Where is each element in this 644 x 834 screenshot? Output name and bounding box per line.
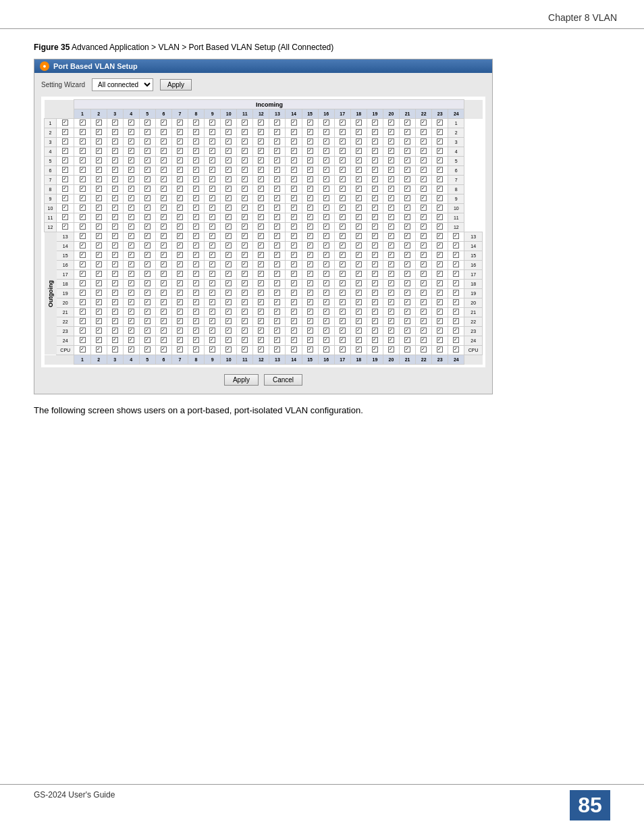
checkbox-cell[interactable] xyxy=(221,157,237,166)
checkbox-cell[interactable] xyxy=(286,157,302,166)
checkbox-cell[interactable] xyxy=(171,204,188,213)
checkbox[interactable] xyxy=(193,205,199,211)
checkbox[interactable] xyxy=(96,205,102,211)
checkbox[interactable] xyxy=(323,318,329,324)
checkbox[interactable] xyxy=(421,205,427,211)
checkbox[interactable] xyxy=(242,205,248,211)
checkbox[interactable] xyxy=(291,176,297,182)
checkbox[interactable] xyxy=(388,120,394,126)
checkbox-cell[interactable] xyxy=(107,336,123,346)
checkbox-cell[interactable] xyxy=(171,261,188,270)
checkbox-cell[interactable] xyxy=(237,270,253,280)
checkbox[interactable] xyxy=(388,290,394,296)
checkbox-cell[interactable] xyxy=(400,166,416,176)
checkbox-cell[interactable] xyxy=(123,289,139,298)
checkbox[interactable] xyxy=(291,290,297,296)
checkbox[interactable] xyxy=(80,261,86,267)
checkbox-cell[interactable] xyxy=(269,261,286,270)
checkbox[interactable] xyxy=(274,318,280,324)
checkbox[interactable] xyxy=(225,252,232,258)
checkbox[interactable] xyxy=(242,290,248,296)
checkbox-cell[interactable] xyxy=(205,261,221,270)
checkbox[interactable] xyxy=(80,224,86,230)
checkbox-cell[interactable] xyxy=(416,185,432,194)
checkbox[interactable] xyxy=(96,138,102,145)
checkbox-cell[interactable] xyxy=(237,289,253,298)
checkbox[interactable] xyxy=(161,252,167,258)
checkbox-cell[interactable] xyxy=(334,298,350,308)
checkbox-cell[interactable] xyxy=(286,194,302,204)
checkbox[interactable] xyxy=(437,309,443,315)
checkbox[interactable] xyxy=(421,309,427,315)
checkbox[interactable] xyxy=(323,271,329,277)
checkbox-cell[interactable] xyxy=(107,204,123,213)
checkbox[interactable] xyxy=(62,138,68,145)
checkbox-cell[interactable] xyxy=(416,232,432,242)
checkbox-cell[interactable] xyxy=(383,298,399,308)
checkbox-cell[interactable] xyxy=(205,176,221,185)
checkbox[interactable] xyxy=(177,233,183,239)
checkbox-cell[interactable] xyxy=(367,147,383,157)
checkbox[interactable] xyxy=(307,280,313,286)
checkbox[interactable] xyxy=(258,337,264,343)
checkbox-cell[interactable] xyxy=(188,204,205,213)
checkbox[interactable] xyxy=(323,337,329,343)
checkbox[interactable] xyxy=(291,233,297,239)
checkbox-cell[interactable] xyxy=(74,251,90,261)
checkbox-cell[interactable] xyxy=(107,223,123,232)
checkbox[interactable] xyxy=(144,328,151,334)
checkbox-cell[interactable] xyxy=(188,346,205,355)
checkbox[interactable] xyxy=(144,186,151,192)
checkbox[interactable] xyxy=(242,252,248,258)
checkbox[interactable] xyxy=(356,120,362,126)
checkbox[interactable] xyxy=(112,120,118,126)
checkbox-cell[interactable] xyxy=(155,280,171,289)
checkbox[interactable] xyxy=(258,309,264,315)
checkbox[interactable] xyxy=(177,337,183,343)
checkbox-cell[interactable] xyxy=(269,251,286,261)
checkbox-cell[interactable] xyxy=(350,204,367,213)
checkbox[interactable] xyxy=(177,214,183,220)
checkbox[interactable] xyxy=(161,195,167,201)
checkbox-cell[interactable] xyxy=(286,176,302,185)
checkbox-cell[interactable] xyxy=(334,157,350,166)
checkbox-cell[interactable] xyxy=(205,138,221,147)
checkbox-cell[interactable] xyxy=(188,147,205,157)
checkbox-cell[interactable] xyxy=(90,298,107,308)
checkbox-cell[interactable] xyxy=(123,128,139,138)
checkbox[interactable] xyxy=(437,167,443,173)
checkbox[interactable] xyxy=(388,157,394,163)
checkbox[interactable] xyxy=(161,138,167,145)
checkbox[interactable] xyxy=(193,280,199,286)
checkbox[interactable] xyxy=(307,337,313,343)
checkbox[interactable] xyxy=(291,337,297,343)
checkbox-cell[interactable] xyxy=(205,317,221,327)
checkbox[interactable] xyxy=(453,346,459,353)
checkbox[interactable] xyxy=(225,186,232,192)
checkbox-cell[interactable] xyxy=(57,166,74,176)
checkbox[interactable] xyxy=(437,120,443,126)
checkbox[interactable] xyxy=(340,309,346,315)
checkbox[interactable] xyxy=(161,176,167,182)
checkbox-cell[interactable] xyxy=(123,119,139,128)
checkbox[interactable] xyxy=(80,176,86,182)
checkbox[interactable] xyxy=(340,318,346,324)
checkbox-cell[interactable] xyxy=(286,232,302,242)
bottom-apply-button[interactable]: Apply xyxy=(224,374,259,386)
checkbox-cell[interactable] xyxy=(107,308,123,317)
checkbox[interactable] xyxy=(161,318,167,324)
checkbox[interactable] xyxy=(161,280,167,286)
checkbox-cell[interactable] xyxy=(107,128,123,138)
checkbox-cell[interactable] xyxy=(432,166,448,176)
checkbox[interactable] xyxy=(209,176,215,182)
checkbox[interactable] xyxy=(274,299,280,305)
checkbox[interactable] xyxy=(421,280,427,286)
checkbox-cell[interactable] xyxy=(302,138,318,147)
checkbox[interactable] xyxy=(291,261,297,267)
checkbox-cell[interactable] xyxy=(302,128,318,138)
checkbox[interactable] xyxy=(421,224,427,230)
checkbox[interactable] xyxy=(144,233,151,239)
checkbox[interactable] xyxy=(258,214,264,220)
checkbox-cell[interactable] xyxy=(74,119,90,128)
checkbox[interactable] xyxy=(128,214,134,220)
